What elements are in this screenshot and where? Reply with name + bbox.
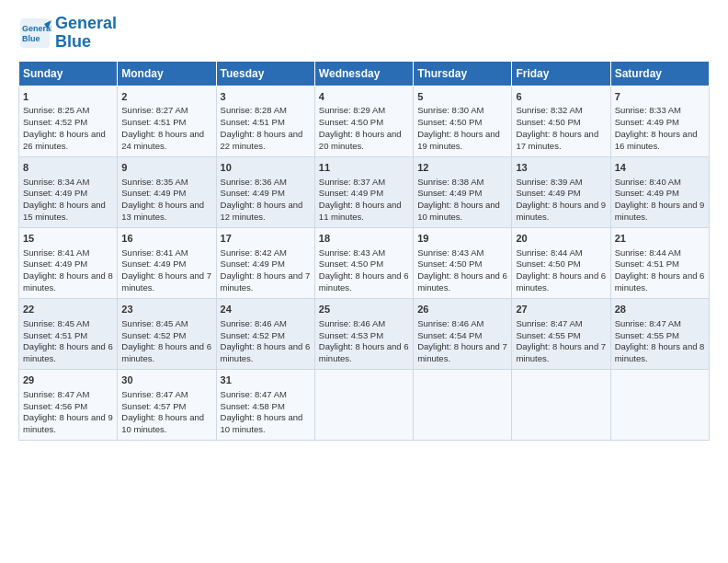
daylight: Daylight: 8 hours and 8 minutes. — [615, 341, 705, 363]
sunrise: Sunrise: 8:33 AM — [615, 105, 681, 115]
sunrise: Sunrise: 8:32 AM — [516, 105, 582, 115]
sunrise: Sunrise: 8:36 AM — [221, 177, 287, 187]
calendar-cell — [512, 369, 610, 440]
calendar-cell: 26Sunrise: 8:46 AMSunset: 4:54 PMDayligh… — [414, 298, 512, 369]
sunset: Sunset: 4:52 PM — [121, 330, 186, 340]
day-number: 24 — [221, 303, 311, 316]
day-number: 15 — [23, 232, 113, 246]
calendar-cell — [414, 369, 512, 440]
sunrise: Sunrise: 8:30 AM — [417, 105, 483, 115]
sunset: Sunset: 4:50 PM — [516, 259, 580, 269]
sunrise: Sunrise: 8:47 AM — [221, 389, 287, 399]
day-number: 14 — [615, 161, 705, 175]
sunset: Sunset: 4:49 PM — [615, 188, 679, 198]
calendar-cell: 17Sunrise: 8:42 AMSunset: 4:49 PMDayligh… — [216, 227, 314, 298]
calendar-cell: 9Sunrise: 8:35 AMSunset: 4:49 PMDaylight… — [118, 156, 216, 227]
daylight: Daylight: 8 hours and 17 minutes. — [516, 129, 598, 151]
sunset: Sunset: 4:49 PM — [23, 259, 87, 269]
svg-text:Blue: Blue — [22, 34, 40, 43]
weekday-header: Friday — [512, 61, 610, 86]
sunrise: Sunrise: 8:43 AM — [319, 247, 385, 258]
day-number: 25 — [319, 303, 409, 316]
day-number: 2 — [121, 90, 211, 104]
daylight: Daylight: 8 hours and 9 minutes. — [615, 200, 705, 222]
daylight: Daylight: 8 hours and 7 minutes. — [221, 270, 311, 293]
sunrise: Sunrise: 8:34 AM — [23, 177, 89, 187]
sunrise: Sunrise: 8:25 AM — [23, 105, 89, 115]
day-number: 12 — [417, 161, 507, 175]
calendar-cell: 7Sunrise: 8:33 AMSunset: 4:49 PMDaylight… — [610, 86, 709, 156]
sunset: Sunset: 4:51 PM — [23, 330, 87, 340]
day-number: 8 — [23, 161, 113, 175]
calendar-week-row: 22Sunrise: 8:45 AMSunset: 4:51 PMDayligh… — [19, 298, 710, 369]
sunrise: Sunrise: 8:43 AM — [417, 247, 483, 258]
sunset: Sunset: 4:52 PM — [221, 330, 285, 340]
daylight: Daylight: 8 hours and 6 minutes. — [221, 341, 311, 363]
sunset: Sunset: 4:49 PM — [615, 117, 679, 127]
sunset: Sunset: 4:49 PM — [221, 188, 285, 198]
daylight: Daylight: 8 hours and 6 minutes. — [615, 270, 705, 293]
sunset: Sunset: 4:56 PM — [23, 401, 87, 411]
daylight: Daylight: 8 hours and 19 minutes. — [417, 129, 500, 151]
sunrise: Sunrise: 8:47 AM — [121, 389, 188, 399]
day-number: 13 — [516, 161, 606, 175]
calendar-cell: 18Sunrise: 8:43 AMSunset: 4:50 PMDayligh… — [314, 227, 413, 298]
sunrise: Sunrise: 8:37 AM — [319, 177, 385, 187]
sunrise: Sunrise: 8:47 AM — [615, 318, 681, 328]
day-number: 29 — [23, 373, 113, 387]
daylight: Daylight: 8 hours and 7 minutes. — [417, 341, 507, 363]
sunset: Sunset: 4:51 PM — [615, 259, 679, 269]
calendar-cell: 27Sunrise: 8:47 AMSunset: 4:55 PMDayligh… — [512, 298, 610, 369]
calendar-cell: 24Sunrise: 8:46 AMSunset: 4:52 PMDayligh… — [216, 298, 314, 369]
sunset: Sunset: 4:49 PM — [23, 188, 87, 198]
daylight: Daylight: 8 hours and 6 minutes. — [121, 341, 211, 363]
weekday-header: Tuesday — [216, 61, 314, 86]
calendar-week-row: 1Sunrise: 8:25 AMSunset: 4:52 PMDaylight… — [19, 86, 710, 156]
day-number: 26 — [417, 303, 507, 316]
calendar-cell: 8Sunrise: 8:34 AMSunset: 4:49 PMDaylight… — [19, 156, 118, 227]
sunset: Sunset: 4:50 PM — [319, 117, 383, 127]
sunset: Sunset: 4:51 PM — [121, 117, 186, 127]
sunrise: Sunrise: 8:41 AM — [121, 247, 188, 258]
sunset: Sunset: 4:55 PM — [615, 330, 679, 340]
sunset: Sunset: 4:49 PM — [221, 259, 285, 269]
day-number: 23 — [121, 303, 211, 316]
sunrise: Sunrise: 8:28 AM — [221, 105, 287, 115]
day-number: 4 — [319, 90, 409, 104]
daylight: Daylight: 8 hours and 6 minutes. — [319, 270, 409, 293]
calendar-cell: 11Sunrise: 8:37 AMSunset: 4:49 PMDayligh… — [314, 156, 413, 227]
day-number: 10 — [221, 161, 311, 175]
daylight: Daylight: 8 hours and 10 minutes. — [417, 200, 500, 222]
weekday-header: Monday — [118, 61, 216, 86]
calendar-cell: 29Sunrise: 8:47 AMSunset: 4:56 PMDayligh… — [19, 369, 118, 440]
header: General Blue GeneralBlue — [18, 15, 710, 52]
weekday-header: Sunday — [19, 61, 118, 86]
sunrise: Sunrise: 8:42 AM — [221, 247, 287, 258]
calendar-cell: 19Sunrise: 8:43 AMSunset: 4:50 PMDayligh… — [414, 227, 512, 298]
calendar-table: SundayMondayTuesdayWednesdayThursdayFrid… — [18, 61, 710, 441]
daylight: Daylight: 8 hours and 13 minutes. — [121, 200, 204, 222]
day-number: 17 — [221, 232, 311, 246]
day-number: 30 — [121, 373, 211, 387]
sunrise: Sunrise: 8:35 AM — [121, 177, 188, 187]
day-number: 20 — [516, 232, 606, 246]
sunset: Sunset: 4:53 PM — [319, 330, 383, 340]
page: General Blue GeneralBlue SundayMondayTue… — [0, 0, 728, 563]
calendar-cell: 23Sunrise: 8:45 AMSunset: 4:52 PMDayligh… — [118, 298, 216, 369]
calendar-week-row: 15Sunrise: 8:41 AMSunset: 4:49 PMDayligh… — [19, 227, 710, 298]
svg-rect-0 — [20, 18, 50, 48]
daylight: Daylight: 8 hours and 11 minutes. — [319, 200, 402, 222]
sunset: Sunset: 4:50 PM — [417, 259, 482, 269]
sunrise: Sunrise: 8:40 AM — [615, 177, 681, 187]
calendar-cell: 14Sunrise: 8:40 AMSunset: 4:49 PMDayligh… — [610, 156, 709, 227]
daylight: Daylight: 8 hours and 9 minutes. — [23, 412, 113, 434]
calendar-cell: 5Sunrise: 8:30 AMSunset: 4:50 PMDaylight… — [414, 86, 512, 156]
day-number: 27 — [516, 303, 606, 316]
sunrise: Sunrise: 8:47 AM — [23, 389, 89, 399]
sunset: Sunset: 4:49 PM — [319, 188, 383, 198]
logo: General Blue GeneralBlue — [18, 15, 117, 52]
logo-text: GeneralBlue — [55, 15, 117, 52]
daylight: Daylight: 8 hours and 6 minutes. — [516, 270, 606, 293]
day-number: 9 — [121, 161, 211, 175]
daylight: Daylight: 8 hours and 6 minutes. — [23, 341, 113, 363]
